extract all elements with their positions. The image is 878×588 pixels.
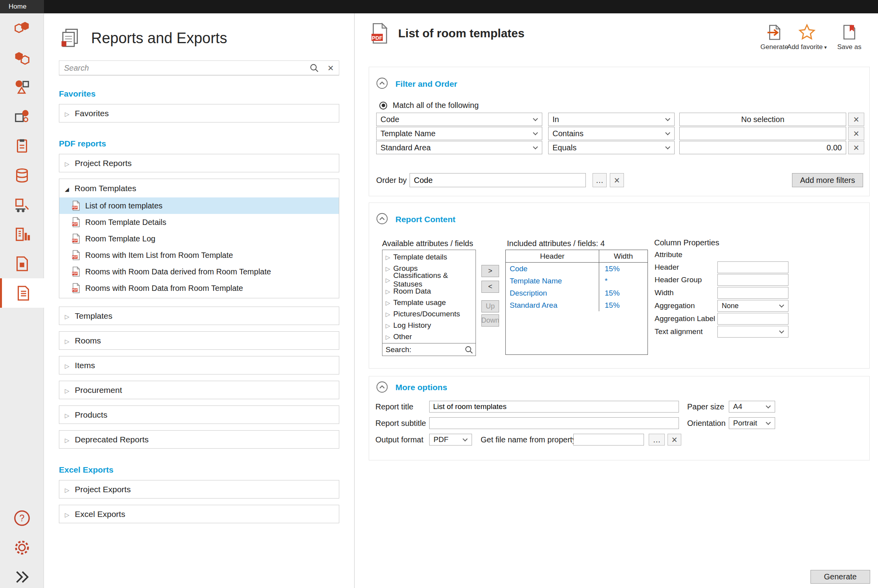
clear-order-by-button[interactable]	[610, 173, 624, 187]
add-attribute-button[interactable]: >	[481, 265, 499, 277]
header-group-input[interactable]	[717, 274, 788, 286]
aggregation-dropdown[interactable]: None	[717, 300, 788, 312]
nav-report-room-template-details[interactable]: Room Template Details	[59, 214, 339, 230]
filter-operator-dropdown[interactable]: Equals	[548, 141, 675, 154]
orientation-dropdown[interactable]: Portrait	[729, 417, 775, 429]
remove-filter-button[interactable]	[848, 113, 864, 126]
tree-item-room-data[interactable]: Room Data	[382, 285, 476, 297]
sidebar-item-documents[interactable]	[0, 131, 44, 161]
sidebar-item-help[interactable]: ?	[0, 503, 44, 533]
match-all-option[interactable]: Match all of the following	[379, 101, 479, 110]
home-tab[interactable]: Home	[0, 0, 44, 13]
tree-item-log-history[interactable]: Log History	[382, 320, 476, 331]
nav-item-items[interactable]: Items	[59, 356, 339, 374]
table-row[interactable]: Description 15%	[506, 287, 648, 299]
chevron-right-icon	[386, 287, 390, 296]
filter-value-field[interactable]	[679, 127, 846, 140]
report-title-input[interactable]	[429, 401, 679, 413]
sidebar-item-spaces[interactable]	[0, 72, 44, 102]
filter-operator-dropdown[interactable]: Contains	[548, 127, 675, 140]
filter-and-order-section: Filter and Order Match all of the follow…	[369, 67, 870, 196]
nav-item-templates[interactable]: Templates	[59, 307, 339, 325]
nav-item-project-exports[interactable]: Project Exports	[59, 480, 339, 499]
aggregation-label-input[interactable]	[717, 313, 788, 325]
clipboard-icon	[13, 137, 31, 155]
tree-item-classifications[interactable]: Classifications & Statuses	[382, 274, 476, 285]
nav-item-rooms[interactable]: Rooms	[59, 331, 339, 350]
nav-item-room-templates[interactable]: Room Templates	[59, 179, 339, 197]
collapse-section-icon[interactable]	[376, 381, 388, 393]
output-format-dropdown[interactable]: PDF	[429, 434, 472, 446]
move-down-button[interactable]: Down	[481, 314, 499, 327]
tree-item-pictures-documents[interactable]: Pictures/Documents	[382, 308, 476, 320]
nav-item-project-reports[interactable]: Project Reports	[59, 154, 339, 172]
collapse-section-icon[interactable]	[376, 213, 388, 225]
sidebar-item-data[interactable]	[0, 161, 44, 190]
nav-report-room-template-log[interactable]: Room Template Log	[59, 230, 339, 247]
nav-report-rooms-with-room-data[interactable]: Rooms with Room Data from Room Template	[59, 280, 339, 296]
file-name-browse-button[interactable]: …	[649, 434, 665, 446]
sidebar-item-buildings[interactable]	[0, 43, 44, 72]
filter-operator-dropdown[interactable]: In	[548, 113, 675, 126]
sidebar-item-logistics[interactable]	[0, 190, 44, 219]
width-input[interactable]	[717, 287, 788, 299]
order-by-browse-button[interactable]: …	[593, 173, 607, 187]
report-subtitle-input[interactable]	[429, 417, 679, 429]
chevron-down-icon	[779, 329, 784, 334]
add-favorite-toolbar-button[interactable]: Add favorite	[784, 24, 830, 51]
remove-filter-button[interactable]	[848, 127, 864, 140]
nav-report-rooms-with-room-data-derived[interactable]: Rooms with Room Data derived from Room T…	[59, 263, 339, 280]
nav-item-procurement[interactable]: Procurement	[59, 381, 339, 399]
generate-button[interactable]: Generate	[810, 570, 870, 584]
move-up-button[interactable]: Up	[481, 300, 499, 312]
search-input[interactable]	[59, 64, 306, 73]
nav-item-favorites[interactable]: Favorites	[59, 104, 339, 122]
paper-size-label: Paper size	[687, 402, 724, 411]
attributes-search-input[interactable]	[413, 345, 463, 354]
nav-report-rooms-with-item-list[interactable]: Rooms with Item List from Room Template	[59, 247, 339, 263]
table-row[interactable]: Standard Area 15%	[506, 299, 648, 311]
clear-file-name-button[interactable]	[668, 434, 681, 446]
nav-report-list-of-room-templates[interactable]: List of room templates	[59, 197, 339, 214]
available-attributes-label: Available attributes / fields	[382, 239, 473, 248]
collapse-section-icon[interactable]	[376, 77, 388, 89]
add-more-filters-button[interactable]: Add more filters	[792, 173, 863, 187]
sidebar-item-reports[interactable]	[0, 278, 44, 308]
tree-item-other[interactable]: Other	[382, 331, 476, 342]
chevron-down-icon	[533, 144, 538, 150]
search-button[interactable]	[306, 61, 322, 75]
sidebar-item-portfolio[interactable]	[0, 13, 44, 43]
chevron-down-icon	[533, 130, 538, 135]
sidebar-item-products[interactable]	[0, 102, 44, 131]
file-name-property-input[interactable]	[573, 434, 644, 446]
table-row[interactable]: Code 15%	[506, 263, 648, 275]
nav-item-excel-exports[interactable]: Excel Exports	[59, 505, 339, 523]
tree-item-template-details[interactable]: Template details	[382, 251, 476, 263]
nav-item-deprecated-reports[interactable]: Deprecated Reports	[59, 430, 339, 449]
header-input[interactable]	[717, 261, 788, 273]
sidebar-expand-button[interactable]	[0, 562, 44, 588]
tree-item-template-usage[interactable]: Template usage	[382, 297, 476, 308]
save-as-toolbar-button[interactable]: Save as	[827, 24, 872, 51]
paper-size-dropdown[interactable]: A4	[729, 401, 775, 413]
sidebar-item-catalogs[interactable]	[0, 249, 44, 278]
clear-search-button[interactable]: ×	[322, 61, 339, 75]
table-row[interactable]: Template Name *	[506, 275, 648, 287]
spaces-shapes-icon	[13, 78, 31, 96]
sidebar-item-settings[interactable]	[0, 533, 44, 562]
filter-value-field[interactable]: 0.00	[679, 141, 846, 154]
remove-attribute-button[interactable]: <	[481, 281, 499, 293]
attributes-search-row: Search:	[382, 343, 476, 356]
remove-filter-button[interactable]	[848, 141, 864, 154]
chevron-right-icon	[65, 435, 70, 444]
text-alignment-dropdown[interactable]	[717, 326, 788, 338]
filter-field-dropdown[interactable]: Template Name	[376, 127, 542, 140]
filter-value-field[interactable]: No selection	[679, 113, 846, 126]
filter-field-dropdown[interactable]: Code	[376, 113, 542, 126]
chevron-down-icon	[463, 436, 468, 442]
filter-field-dropdown[interactable]: Standard Area	[376, 141, 542, 154]
filter-row: Standard Area Equals 0.00	[376, 141, 864, 154]
sidebar-item-facilities[interactable]	[0, 219, 44, 249]
order-by-input[interactable]	[410, 173, 586, 187]
nav-item-products[interactable]: Products	[59, 405, 339, 424]
